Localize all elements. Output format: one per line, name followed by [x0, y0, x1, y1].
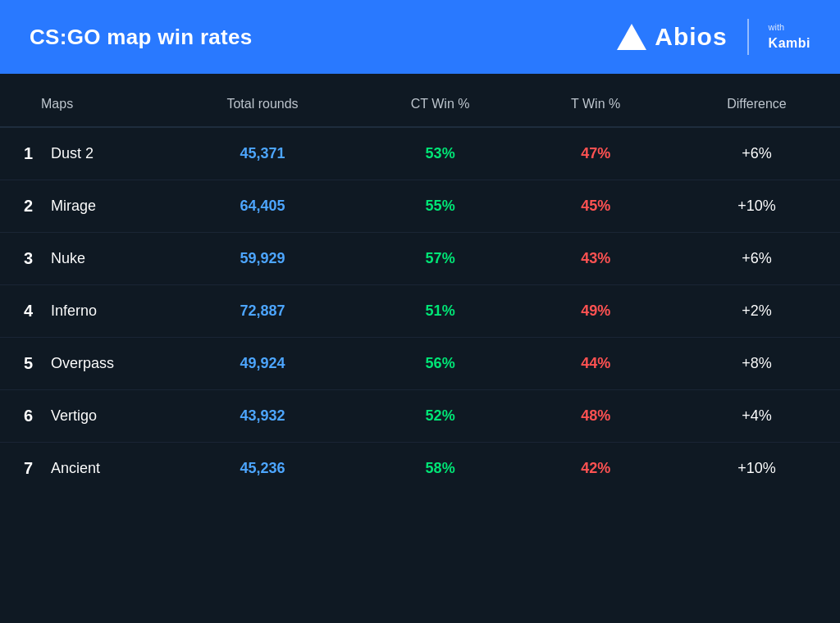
map-name-cell: Dust 2 — [43, 127, 162, 180]
abios-triangle-icon — [617, 24, 646, 50]
map-name-cell: Nuke — [43, 233, 162, 285]
logo-divider — [747, 19, 749, 55]
table-row: 3 Nuke 59,929 57% 43% +6% — [0, 233, 840, 285]
kambi-brand-name: Kambi — [769, 34, 810, 52]
table-row: 6 Vertigo 43,932 52% 48% +4% — [0, 390, 840, 443]
abios-logo: Abios — [617, 23, 727, 51]
table-row: 4 Inferno 72,887 51% 49% +2% — [0, 285, 840, 338]
table-row: 5 Overpass 49,924 56% 44% +8% — [0, 338, 840, 390]
table-row: 7 Ancient 45,236 58% 42% +10% — [0, 443, 840, 495]
header: CS:GO map win rates Abios with Kambi — [0, 0, 840, 74]
abios-brand-name: Abios — [655, 23, 727, 51]
rank-cell: 1 — [0, 127, 43, 180]
t-win-cell: 47% — [518, 127, 673, 180]
col-header-total-rounds: Total rounds — [162, 82, 363, 127]
col-header-maps: Maps — [0, 82, 162, 127]
rounds-cell: 72,887 — [162, 285, 363, 338]
diff-cell: +10% — [673, 180, 840, 233]
rounds-cell: 59,929 — [162, 233, 363, 285]
ct-win-cell: 57% — [363, 233, 518, 285]
t-win-cell: 42% — [518, 443, 673, 495]
map-name-cell: Inferno — [43, 285, 162, 338]
diff-cell: +6% — [673, 233, 840, 285]
page-wrapper: CS:GO map win rates Abios with Kambi Map… — [0, 0, 840, 623]
map-name-cell: Mirage — [43, 180, 162, 233]
map-name-cell: Overpass — [43, 338, 162, 390]
logo-area: Abios with Kambi — [617, 19, 810, 55]
col-header-t-win: T Win % — [518, 82, 673, 127]
t-win-cell: 44% — [518, 338, 673, 390]
col-header-difference: Difference — [673, 82, 840, 127]
diff-cell: +2% — [673, 285, 840, 338]
map-name-cell: Vertigo — [43, 390, 162, 443]
ct-win-cell: 55% — [363, 180, 518, 233]
diff-cell: +8% — [673, 338, 840, 390]
ct-win-cell: 52% — [363, 390, 518, 443]
rounds-cell: 45,371 — [162, 127, 363, 180]
t-win-cell: 49% — [518, 285, 673, 338]
ct-win-cell: 53% — [363, 127, 518, 180]
with-label: with — [769, 21, 785, 34]
table-container: Maps Total rounds CT Win % T Win % Diffe… — [0, 74, 840, 623]
table-row: 1 Dust 2 45,371 53% 47% +6% — [0, 127, 840, 180]
col-header-ct-win: CT Win % — [363, 82, 518, 127]
rank-cell: 2 — [0, 180, 43, 233]
page-title: CS:GO map win rates — [30, 25, 253, 50]
kambi-logo: with Kambi — [769, 21, 810, 52]
rounds-cell: 64,405 — [162, 180, 363, 233]
rounds-cell: 45,236 — [162, 443, 363, 495]
ct-win-cell: 51% — [363, 285, 518, 338]
diff-cell: +10% — [673, 443, 840, 495]
rounds-cell: 43,932 — [162, 390, 363, 443]
rank-cell: 6 — [0, 390, 43, 443]
rank-cell: 4 — [0, 285, 43, 338]
ct-win-cell: 58% — [363, 443, 518, 495]
t-win-cell: 45% — [518, 180, 673, 233]
diff-cell: +6% — [673, 127, 840, 180]
rank-cell: 3 — [0, 233, 43, 285]
table-header-row: Maps Total rounds CT Win % T Win % Diffe… — [0, 82, 840, 127]
t-win-cell: 48% — [518, 390, 673, 443]
rounds-cell: 49,924 — [162, 338, 363, 390]
win-rates-table: Maps Total rounds CT Win % T Win % Diffe… — [0, 82, 840, 494]
map-name-cell: Ancient — [43, 443, 162, 495]
ct-win-cell: 56% — [363, 338, 518, 390]
rank-cell: 5 — [0, 338, 43, 390]
table-row: 2 Mirage 64,405 55% 45% +10% — [0, 180, 840, 233]
diff-cell: +4% — [673, 390, 840, 443]
rank-cell: 7 — [0, 443, 43, 495]
t-win-cell: 43% — [518, 233, 673, 285]
